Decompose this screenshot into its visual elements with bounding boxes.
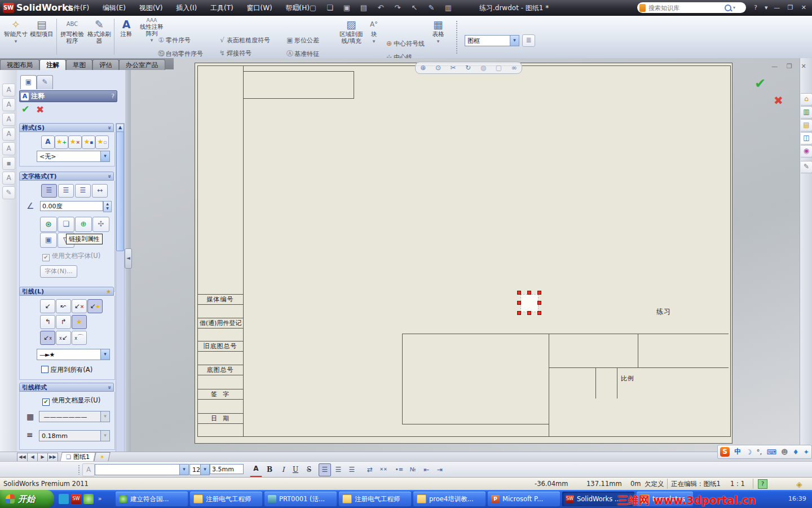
pm-tab-custom[interactable]: ✎ — [37, 75, 53, 89]
center-mark-button[interactable]: ⊕中心符号线 — [385, 40, 425, 51]
file-explorer-icon[interactable]: ▤ — [801, 119, 812, 132]
rotate-view-icon[interactable]: ↻ — [465, 64, 471, 72]
bent-leader-button[interactable]: x↙ — [56, 331, 71, 345]
italic-button[interactable]: I — [277, 463, 289, 476]
pm-cancel-button[interactable]: ✖ — [36, 104, 44, 115]
number-list-button[interactable]: № — [407, 463, 419, 476]
tab-office-products[interactable]: 办公室产品 — [119, 59, 165, 70]
knowledge-search[interactable]: ▾ — [637, 2, 746, 13]
chevron-down-icon[interactable]: ▾ — [15, 38, 17, 44]
load-style-button[interactable]: ★▫ — [95, 135, 109, 149]
align-left-button[interactable]: ☰ — [41, 184, 57, 198]
table-button[interactable]: ▦ 表格▾ — [429, 17, 448, 56]
style-section-header[interactable]: 样式(S)» — [19, 123, 114, 132]
font-color-button[interactable]: A — [250, 463, 262, 478]
combo-dropdown-icon[interactable]: ▾ — [100, 151, 109, 161]
doc-restore-button[interactable]: ❐ — [783, 63, 796, 70]
taskbar-item[interactable]: PRT0001 (活... — [264, 492, 337, 506]
style-delete-icon[interactable]: ✎ — [2, 186, 15, 199]
no-leader-button[interactable]: ↙× — [72, 299, 87, 313]
user-mode-icon[interactable]: ☻ — [781, 448, 788, 456]
insert-shape-button[interactable]: ▣ — [40, 233, 57, 248]
tag-icon[interactable]: ◈ — [796, 480, 802, 489]
pin-icon[interactable]: ★ — [106, 288, 111, 295]
sheet-note-text[interactable]: 练习 — [656, 307, 671, 317]
use-doc-display-checkbox[interactable]: ✔ 使用文档显示(U) — [42, 396, 100, 406]
options-icon[interactable]: ▥ — [443, 1, 454, 15]
outdent-button[interactable]: ⇤ — [420, 463, 433, 476]
indent-button[interactable]: ⇥ — [434, 463, 446, 476]
hide-show-items-icon[interactable]: ∞ — [511, 64, 517, 72]
print-icon[interactable]: ▤ — [358, 1, 369, 15]
taskbar-item[interactable]: proe4培训教... — [413, 492, 486, 506]
link-to-property-button[interactable]: ❏ — [58, 217, 74, 232]
style-settings-icon[interactable]: A — [2, 172, 15, 185]
selection-handle[interactable] — [527, 311, 531, 315]
note-edit-icon[interactable]: A — [2, 98, 15, 111]
leader-nearest-button[interactable]: ★ — [72, 315, 87, 329]
bold-button[interactable]: B — [263, 463, 276, 476]
leader-left-button[interactable]: ↰ — [40, 315, 55, 329]
model-items-button[interactable]: ▤ 模型项目 — [29, 17, 54, 56]
align-justify-button[interactable]: ↔ — [92, 184, 108, 198]
redo-icon[interactable]: ↷ — [392, 1, 403, 15]
toolbar-drag-handle[interactable] — [456, 20, 458, 54]
menu-tools[interactable]: 工具(T) — [205, 0, 239, 16]
soft-keyboard-icon[interactable]: ⌨ — [767, 448, 776, 456]
tab-view-layout[interactable]: 视图布局 — [0, 59, 39, 70]
add-symbol-button[interactable]: ⊕ — [75, 217, 92, 232]
punctuation-icon[interactable]: °, — [756, 448, 762, 456]
selection-handle[interactable] — [537, 301, 541, 305]
appearances-icon[interactable]: ◉ — [801, 145, 812, 157]
combo-dropdown-icon[interactable]: ▾ — [100, 349, 109, 360]
combo-dropdown-icon[interactable]: ▾ — [200, 465, 209, 475]
collapse-icon[interactable]: » — [106, 126, 112, 129]
open-icon[interactable]: ❏ — [324, 1, 336, 15]
text-format-section-header[interactable]: 文字格式(T)» — [19, 172, 114, 181]
bullet-list-button[interactable]: •≡ — [393, 463, 405, 476]
tab-evaluate[interactable]: 评估 — [92, 59, 119, 70]
menu-edit[interactable]: 编辑(E) — [97, 0, 131, 16]
undo-icon[interactable]: ↶ — [375, 1, 386, 15]
no-wrap-button[interactable]: ✕✕ — [377, 463, 390, 476]
area-hatch-button[interactable]: ▨ 区域剖面线/填充 — [337, 17, 365, 56]
taskbar-item[interactable]: 注册电气工程师 — [339, 492, 411, 506]
taskbar-item[interactable]: P Microsoft P... — [488, 492, 560, 506]
taskbar-item[interactable]: 注册电气工程师 — [190, 492, 262, 506]
style-save-icon[interactable]: ▪ — [2, 157, 15, 170]
start-button[interactable]: 开始 — [0, 490, 54, 508]
quick-tip-icon[interactable]: ? — [758, 479, 767, 489]
delete-style-button[interactable]: ★× — [68, 135, 82, 149]
menu-view[interactable]: 视图(V) — [134, 0, 169, 16]
quick-search-icon[interactable] — [293, 4, 300, 12]
toolbar-drag-handle[interactable] — [78, 465, 80, 475]
leader-right-button[interactable]: ↱ — [56, 315, 71, 329]
selection-handle[interactable] — [517, 291, 521, 295]
pm-tab-properties[interactable]: ▣ — [20, 75, 37, 89]
geometric-tolerance-button[interactable]: ▣形位公差 — [285, 36, 319, 47]
fit-text-button[interactable]: ⇄ — [364, 463, 376, 476]
angle-spinner[interactable]: ▲▼ — [103, 201, 112, 212]
combo-dropdown-icon[interactable]: ▾ — [510, 36, 519, 46]
underline-button[interactable]: U — [289, 463, 302, 476]
sogou-input-icon[interactable]: S — [720, 447, 730, 457]
minimize-button[interactable]: — — [771, 1, 783, 15]
add-style-button[interactable]: ★+ — [55, 135, 68, 149]
hyperlink-button[interactable]: ⊛ — [40, 217, 57, 232]
select-icon[interactable]: ↖ — [409, 1, 420, 15]
search-dropdown-icon[interactable]: ▾ — [733, 5, 735, 10]
apply-to-all-checkbox[interactable]: 应用到所有(A) — [41, 366, 92, 374]
selection-handle[interactable] — [527, 291, 531, 295]
search-input[interactable] — [647, 4, 723, 12]
note-button[interactable]: A 注释 — [116, 17, 136, 56]
auto-leader-button[interactable]: ↙★ — [87, 299, 103, 313]
pm-scrollbar[interactable]: ▲ ▼ — [116, 123, 125, 506]
add-sheet-tab[interactable]: ✶ — [94, 452, 111, 462]
panel-collapse-handle[interactable]: ◄ — [125, 248, 132, 269]
arrow-style-combo[interactable]: —►★ ▾ — [37, 349, 110, 360]
text-height-input[interactable] — [210, 464, 244, 474]
align-right-button[interactable]: ☰ — [346, 463, 358, 476]
note-stamp-icon[interactable]: A — [2, 113, 15, 126]
align-center-button[interactable]: ☰ — [332, 463, 345, 476]
use-doc-font-checkbox[interactable]: ✔ 使用文档字体(U) — [42, 252, 100, 261]
